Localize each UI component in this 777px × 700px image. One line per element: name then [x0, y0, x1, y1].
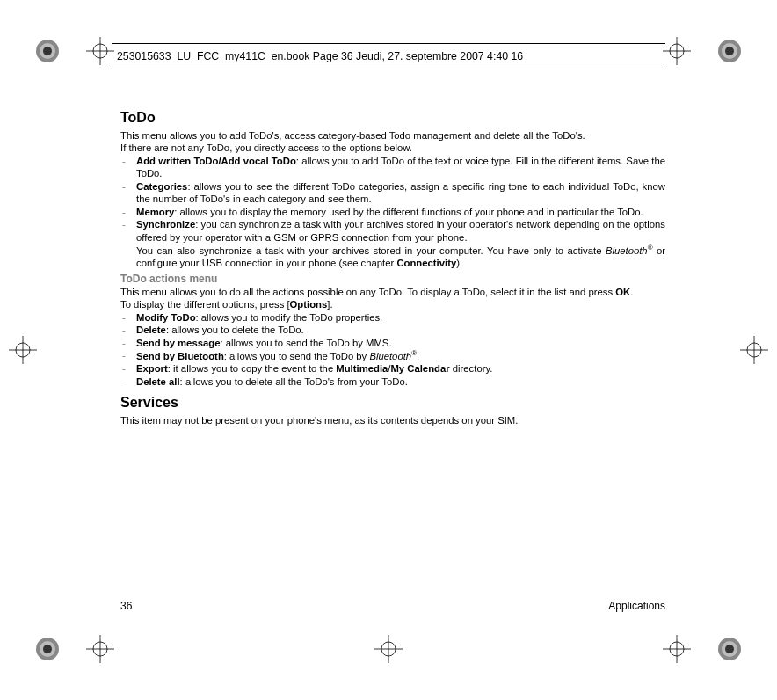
registration-mark-br [717, 637, 742, 661]
crop-mark-icon [9, 336, 37, 364]
registration-mark-tr [717, 39, 742, 63]
action-text: : allows you to delete the ToDo. [166, 324, 304, 335]
registration-mark-bl [35, 637, 60, 661]
action-text: : allows you to send the ToDo by [224, 351, 370, 361]
todo-intro-1: This menu allows you to add ToDo's, acce… [120, 129, 665, 142]
action-text: : it allows you to copy the event to the [168, 363, 337, 374]
action-label: Delete all [136, 376, 180, 387]
svg-point-5 [725, 47, 734, 55]
svg-point-2 [43, 47, 52, 55]
option-label: Add written ToDo/Add vocal ToDo [136, 156, 296, 166]
option-text: ). [456, 258, 462, 268]
crop-mark-icon [86, 635, 114, 663]
list-item: Delete: allows you to delete the ToDo. [120, 324, 665, 336]
crop-mark-icon [663, 635, 691, 663]
svg-point-8 [43, 645, 52, 653]
list-item: Send by message: allows you to send the … [120, 337, 665, 349]
todo-options-list: Add written ToDo/Add vocal ToDo: allows … [120, 155, 665, 270]
action-text: : allows you to delete all the ToDo's fr… [180, 376, 408, 387]
action-text: : allows you to modify the ToDo properti… [196, 312, 383, 323]
option-label: Memory [136, 207, 174, 217]
action-label: Export [136, 363, 168, 374]
option-label: Categories [136, 181, 187, 192]
action-label: Send by Bluetooth [136, 351, 224, 361]
list-item: Export: it allows you to copy the event … [120, 362, 665, 375]
list-item: Delete all: allows you to delete all the… [120, 376, 665, 388]
action-label: Modify ToDo [136, 312, 196, 323]
page-header-bar: 253015633_LU_FCC_my411C_en.book Page 36 … [112, 43, 665, 69]
page-footer: 36 Applications [120, 600, 665, 612]
svg-point-11 [725, 645, 734, 653]
option-text: : allows you to see the different ToDo c… [136, 181, 665, 204]
my-calendar-ref: My Calendar [390, 363, 449, 374]
page-content: ToDo This menu allows you to add ToDo's,… [120, 110, 665, 427]
actions-para-1: This menu allows you to do all the actio… [120, 286, 665, 298]
option-text: : you can synchronize a task with your a… [136, 219, 665, 242]
option-text: You can also synchronize a task with you… [136, 245, 606, 256]
bluetooth-term: Bluetooth [369, 351, 411, 361]
footer-section-name: Applications [608, 600, 665, 612]
action-label: Send by message [136, 338, 220, 348]
actions-para-2: To display the different options, press … [120, 298, 665, 310]
crop-mark-icon [663, 37, 691, 65]
list-item: Modify ToDo: allows you to modify the To… [120, 311, 665, 324]
option-label: Synchronize [136, 219, 195, 230]
action-label: Delete [136, 324, 166, 335]
bluetooth-term: Bluetooth [606, 245, 648, 256]
multimedia-ref: Multimedia [336, 363, 388, 374]
list-item: Memory: allows you to display the memory… [120, 206, 665, 218]
page-number: 36 [120, 600, 132, 612]
list-item: Categories: allows you to see the differ… [120, 180, 665, 206]
crop-mark-icon [86, 37, 114, 65]
crop-mark-icon [374, 635, 403, 663]
list-item: Add written ToDo/Add vocal ToDo: allows … [120, 155, 665, 180]
heading-todo: ToDo [120, 110, 665, 126]
registration-mark-tl [35, 39, 60, 63]
list-item: Synchronize: you can synchronize a task … [120, 218, 665, 270]
todo-actions-list: Modify ToDo: allows you to modify the To… [120, 311, 665, 388]
action-text: : allows you to send the ToDo by MMS. [220, 338, 391, 348]
subheading-todo-actions: ToDo actions menu [120, 273, 665, 285]
heading-services: Services [120, 395, 665, 411]
list-item: Send by Bluetooth: allows you to send th… [120, 349, 665, 362]
ok-key: OK [615, 287, 630, 297]
option-text: : allows you to display the memory used … [174, 207, 643, 217]
crop-mark-icon [740, 336, 768, 364]
connectivity-ref: Connectivity [396, 258, 456, 268]
todo-intro-2: If there are not any ToDo, you directly … [120, 142, 665, 154]
services-text: This item may not be present on your pho… [120, 414, 665, 427]
book-page-info: 253015633_LU_FCC_my411C_en.book Page 36 … [117, 50, 523, 62]
options-key: Options [290, 299, 328, 310]
